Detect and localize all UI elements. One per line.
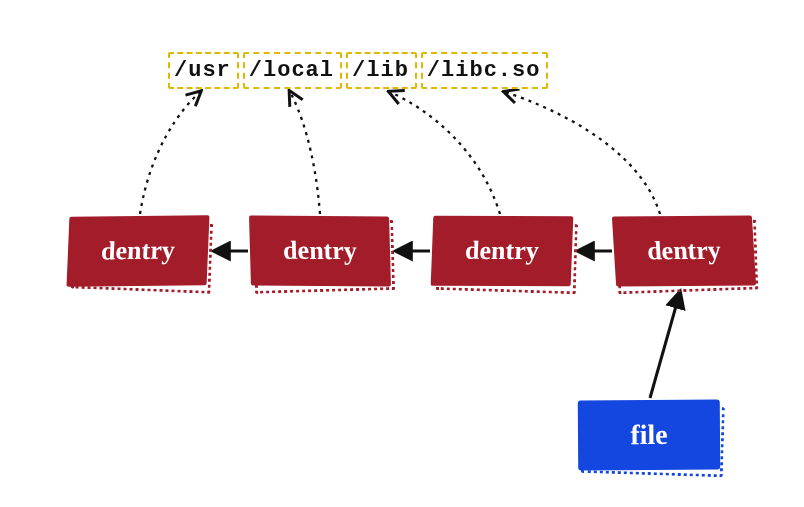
dentry-label: dentry — [431, 216, 574, 286]
file-label: file — [578, 400, 720, 471]
dentry-node-1: dentry — [68, 216, 208, 286]
edge-dentry2-to-seg2 — [290, 92, 320, 214]
edge-dentry3-to-seg3 — [390, 92, 500, 214]
dentry-row: dentry dentry dentry dentry — [68, 216, 754, 286]
path-segment-3: /lib — [346, 52, 417, 89]
dentry-label: dentry — [66, 215, 209, 286]
edge-dentry1-to-seg1 — [140, 92, 200, 214]
edge-file-to-d4 — [650, 292, 680, 398]
dentry-label: dentry — [612, 215, 756, 286]
edge-dentry4-to-seg4 — [505, 92, 660, 214]
path-segment-4: /libc.so — [421, 52, 549, 89]
path-segments: /usr /local /lib /libc.so — [168, 52, 548, 89]
dentry-label: dentry — [249, 216, 391, 287]
dentry-node-2: dentry — [250, 216, 390, 286]
path-segment-2: /local — [243, 52, 342, 89]
file-node: file — [578, 400, 720, 470]
dentry-node-4: dentry — [614, 216, 754, 286]
dentry-node-3: dentry — [432, 216, 572, 286]
diagram-stage: /usr /local /lib /libc.so dentry dentry … — [0, 0, 804, 507]
path-segment-1: /usr — [168, 52, 239, 89]
